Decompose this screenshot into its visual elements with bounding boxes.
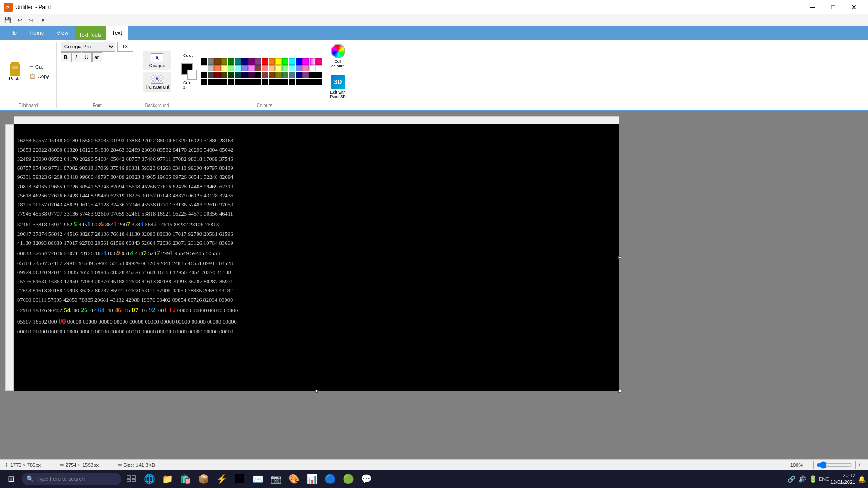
zoom-in-button[interactable]: +	[855, 461, 863, 469]
copy-button[interactable]: 📋 Copy	[27, 72, 52, 80]
italic-button[interactable]: I	[71, 52, 81, 62]
swatch-darkbrown[interactable]	[269, 72, 275, 78]
swatch-navy[interactable]	[241, 58, 248, 65]
swatch-silver[interactable]	[208, 65, 214, 71]
swatch-b15[interactable]	[296, 79, 302, 85]
swatch-medpurple[interactable]	[302, 72, 309, 78]
swatch-b9[interactable]	[255, 79, 261, 85]
swatch-pink[interactable]	[316, 58, 322, 65]
swatch-orange[interactable]	[269, 58, 275, 65]
undo-button[interactable]: ↩	[14, 15, 24, 25]
notification-icon[interactable]: 🔔	[857, 474, 866, 483]
taskbar-dropbox-icon[interactable]: 📦	[195, 471, 212, 487]
bold-button[interactable]: B	[61, 52, 71, 62]
taskbar-zoom-icon[interactable]: 💬	[358, 471, 374, 487]
cut-button[interactable]: ✂ Cut	[27, 62, 52, 71]
swatch-black3[interactable]	[255, 72, 261, 78]
taskbar-chrome-icon[interactable]: 🔵	[322, 471, 338, 487]
swatch-lightyellow[interactable]	[221, 65, 227, 71]
swatch-lightcyan2[interactable]	[289, 65, 295, 71]
window-controls[interactable]: ─ □ ✕	[802, 0, 864, 14]
tab-file[interactable]: File	[2, 26, 23, 40]
zoom-out-button[interactable]: −	[806, 461, 814, 469]
swatch-black5[interactable]	[316, 72, 322, 78]
taskbar-app2-icon[interactable]: 📊	[304, 471, 320, 487]
swatch-medblue[interactable]	[296, 72, 302, 78]
swatch-magenta[interactable]	[302, 58, 309, 65]
swatch-lightcyan[interactable]	[235, 65, 241, 71]
swatch-b11[interactable]	[269, 79, 275, 85]
swatch-darknavy[interactable]	[241, 72, 248, 78]
swatch-lightgreen[interactable]	[228, 65, 234, 71]
swatch-blue[interactable]	[296, 58, 302, 65]
system-clock[interactable]: 20:12 12/01/2021	[830, 472, 855, 486]
swatch-b2[interactable]	[208, 79, 214, 85]
swatch-darkyellow[interactable]	[275, 72, 282, 78]
swatch-teal[interactable]	[235, 58, 241, 65]
swatch-lightblue[interactable]	[241, 65, 248, 71]
swatch-gradient1[interactable]	[309, 58, 316, 65]
swatch-darkolive[interactable]	[221, 72, 227, 78]
swatch-lime[interactable]	[282, 58, 288, 65]
swatch-black4[interactable]	[309, 72, 316, 78]
swatch-b18[interactable]	[316, 79, 322, 85]
edit-colours-button[interactable]: Editcolours	[328, 42, 348, 70]
start-button[interactable]: ⊞	[2, 470, 20, 488]
swatch-lightgreen2[interactable]	[282, 65, 288, 71]
swatch-hotpink[interactable]	[302, 65, 309, 71]
swatch-white2[interactable]	[309, 65, 316, 71]
paste-button[interactable]: Paste	[5, 60, 25, 84]
swatch-gray[interactable]	[208, 58, 214, 65]
swatch-darkpurple[interactable]	[248, 72, 255, 78]
taskbar-files-icon[interactable]: 📁	[159, 471, 175, 487]
tab-text[interactable]: Text	[106, 26, 128, 40]
swatch-b6[interactable]	[235, 79, 241, 85]
colour2-box[interactable]	[187, 70, 197, 80]
battery-icon[interactable]: 🔋	[809, 474, 818, 483]
maximize-button[interactable]: □	[823, 0, 844, 14]
swatch-maroon[interactable]	[255, 58, 261, 65]
network-icon[interactable]: 🔗	[787, 474, 796, 483]
swatch-b1[interactable]	[201, 79, 207, 85]
swatch-b4[interactable]	[221, 79, 227, 85]
swatch-b12[interactable]	[275, 79, 282, 85]
opaque-button[interactable]: A Opaque	[143, 51, 172, 70]
scroll-area[interactable]: 16358 62557 45148 80180 15580 52085 0199…	[0, 111, 868, 459]
swatch-lightyellow2[interactable]	[275, 65, 282, 71]
taskbar-edge-icon[interactable]: 🌐	[141, 471, 157, 487]
swatch-lightmagenta[interactable]	[248, 65, 255, 71]
taskbar-app3-icon[interactable]: 🟢	[340, 471, 356, 487]
canvas[interactable]: 16358 62557 45148 80180 15580 52085 0199…	[14, 124, 619, 391]
taskbar-amazon-icon[interactable]: 🅰	[231, 471, 248, 487]
taskbar-camera-icon[interactable]: 📷	[268, 471, 284, 487]
swatch-b16[interactable]	[302, 79, 309, 85]
transparent-button[interactable]: A Transparent	[143, 72, 172, 92]
swatch-medteal[interactable]	[289, 72, 295, 78]
swatch-sandybrown[interactable]	[269, 65, 275, 71]
qat-dropdown-button[interactable]: ▾	[38, 15, 48, 25]
tab-home[interactable]: Home	[23, 26, 50, 40]
edit-paint3d-button[interactable]: 3D Edit withPaint 3D	[328, 72, 348, 101]
swatch-salmon[interactable]	[262, 65, 268, 71]
swatch-darkred[interactable]	[214, 72, 221, 78]
redo-button[interactable]: ↪	[26, 15, 36, 25]
font-family-select[interactable]: Georgia Pro Arial Times New Roman	[61, 42, 115, 52]
swatch-b3[interactable]	[214, 79, 221, 85]
swatch-b7[interactable]	[241, 79, 248, 85]
swatch-b8[interactable]	[248, 79, 255, 85]
swatch-cyan[interactable]	[289, 58, 295, 65]
swatch-white3[interactable]	[316, 65, 322, 71]
strikethrough-button[interactable]: ab	[92, 52, 102, 62]
swatch-darkpeach[interactable]	[255, 65, 261, 71]
save-button[interactable]: 💾	[3, 15, 13, 25]
swatch-darkpink[interactable]	[262, 72, 268, 78]
swatch-green[interactable]	[228, 58, 234, 65]
swatch-darkgray[interactable]	[208, 72, 214, 78]
swatch-purple[interactable]	[248, 58, 255, 65]
swatch-b17[interactable]	[309, 79, 316, 85]
taskbar-lightning-icon[interactable]: ⚡	[213, 471, 230, 487]
swatch-peach[interactable]	[214, 65, 221, 71]
resize-handle-mid-right[interactable]	[618, 256, 621, 259]
swatch-white[interactable]	[201, 65, 207, 71]
swatch-b13[interactable]	[282, 79, 288, 85]
